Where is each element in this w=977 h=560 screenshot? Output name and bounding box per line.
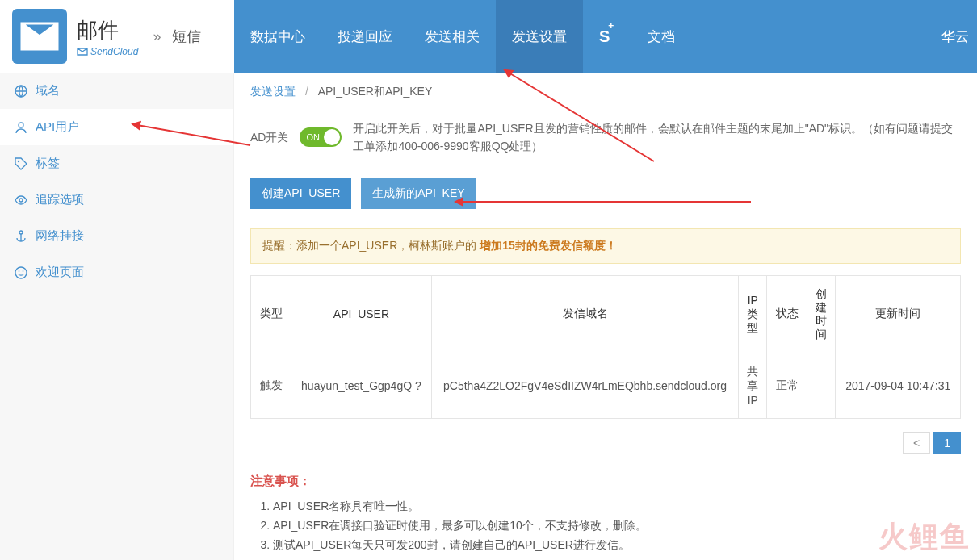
- create-api-user-button[interactable]: 创建API_USER: [250, 178, 351, 209]
- table-row[interactable]: 触发 huayun_test_Ggp4gQ ? pC5tha4Z2LO2FgV4…: [251, 353, 961, 418]
- main-content: 发送设置 / API_USER和API_KEY AD开关 ON 开启此开关后，对…: [234, 73, 977, 560]
- cell-ip-type: 共享IP: [739, 353, 767, 418]
- sidebar-item-domain[interactable]: 域名: [0, 73, 233, 109]
- svg-point-1: [19, 123, 23, 127]
- sidebar-item-tags[interactable]: 标签: [0, 145, 233, 182]
- nav-send-related[interactable]: 发送相关: [409, 0, 496, 73]
- alert-bold: 增加15封的免费发信额度！: [480, 239, 617, 252]
- ad-description: 开启此开关后，对于批量API_USER且发的营销性质的邮件，会默认在邮件主题的末…: [353, 119, 961, 156]
- logo-brand: SendCloud: [77, 46, 138, 57]
- th-status: 状态: [767, 275, 807, 353]
- toggle-text: ON: [306, 131, 320, 145]
- user-icon: [15, 121, 27, 134]
- sidebar: 域名 API用户 标签 追踪选项 网络挂接 欢迎页面: [0, 73, 234, 560]
- cell-updated: 2017-09-04 10:47:31: [836, 353, 961, 418]
- breadcrumb-sep: /: [305, 85, 308, 98]
- generate-api-key-button[interactable]: 生成新的API_KEY: [361, 178, 476, 209]
- sidebar-item-webhook[interactable]: 网络挂接: [0, 218, 233, 254]
- table-header-row: 类型 API_USER 发信域名 IP类型 状态 创建时间 更新时间: [251, 275, 961, 353]
- th-created: 创建时间: [807, 275, 836, 353]
- sidebar-item-welcome[interactable]: 欢迎页面: [0, 254, 233, 290]
- note-item: API_USER在调接口验证时使用，最多可以创建10个，不支持修改，删除。: [273, 516, 961, 536]
- toggle-knob: [324, 129, 340, 145]
- sidebar-item-label: 欢迎页面: [36, 265, 84, 280]
- top-nav: 数据中心 投递回应 发送相关 发送设置 S+ 文档 华云: [234, 0, 977, 73]
- nav-docs[interactable]: 文档: [631, 0, 691, 73]
- th-ip-type: IP类型: [739, 275, 767, 353]
- nav-delivery[interactable]: 投递回应: [321, 0, 409, 73]
- svg-point-4: [19, 231, 23, 234]
- ad-toggle[interactable]: ON: [300, 127, 342, 147]
- globe-icon: [15, 85, 27, 98]
- logo-title: 邮件: [77, 16, 138, 44]
- cell-api-user: huayun_test_Ggp4gQ ?: [291, 353, 432, 418]
- eye-icon: [15, 194, 27, 207]
- nav-data-center[interactable]: 数据中心: [234, 0, 321, 73]
- th-type: 类型: [251, 275, 291, 353]
- sidebar-item-tracking[interactable]: 追踪选项: [0, 182, 233, 218]
- nav-send-settings[interactable]: 发送设置: [496, 0, 583, 73]
- cell-created: [807, 353, 836, 418]
- sidebar-item-label: 追踪选项: [36, 192, 84, 207]
- sidebar-item-label: 网络挂接: [36, 228, 84, 244]
- pagination: < 1: [234, 419, 977, 467]
- cell-status: 正常: [767, 353, 807, 418]
- breadcrumb-root[interactable]: 发送设置: [250, 85, 296, 98]
- svg-point-3: [19, 199, 23, 202]
- th-domain: 发信域名: [431, 275, 739, 353]
- api-user-table: 类型 API_USER 发信域名 IP类型 状态 创建时间 更新时间 触发 hu…: [250, 275, 961, 419]
- cell-type: 触发: [251, 353, 291, 418]
- svg-point-5: [15, 267, 27, 278]
- svg-point-2: [18, 160, 19, 161]
- logo-section: 邮件 SendCloud » 短信: [0, 0, 234, 73]
- page-prev-button[interactable]: <: [903, 432, 930, 454]
- nav-s-plus[interactable]: S+: [583, 0, 631, 73]
- ad-switch-label: AD开关: [250, 128, 288, 146]
- sidebar-item-api-user[interactable]: API用户: [0, 109, 233, 145]
- note-item: API_USER名称具有唯一性。: [273, 497, 961, 516]
- breadcrumb: 发送设置 / API_USER和API_KEY: [234, 73, 977, 111]
- notes-title: 注意事项：: [250, 474, 961, 489]
- anchor-icon: [15, 230, 27, 243]
- page-1-button[interactable]: 1: [933, 432, 961, 454]
- th-api-user: API_USER: [291, 275, 432, 353]
- mail-logo-icon: [12, 9, 67, 64]
- alert-prefix: 提醒：: [262, 239, 296, 252]
- smile-icon: [15, 266, 27, 279]
- svg-point-6: [19, 270, 20, 272]
- sidebar-item-label: 标签: [36, 156, 60, 171]
- tag-icon: [15, 157, 27, 170]
- expand-icon[interactable]: »: [153, 28, 161, 45]
- th-updated: 更新时间: [836, 275, 961, 353]
- svg-point-7: [23, 270, 24, 272]
- breadcrumb-current: API_USER和API_KEY: [318, 85, 433, 98]
- alert-text: 添加一个API_USER，柯林斯账户的: [296, 239, 480, 252]
- notes-section: 注意事项： API_USER名称具有唯一性。 API_USER在调接口验证时使用…: [234, 467, 977, 560]
- nav-account[interactable]: 华云: [941, 27, 977, 46]
- cell-domain: pC5tha4Z2LO2FgV4eSdIIZW4rLmEQbhb.sendclo…: [431, 353, 739, 418]
- note-item: 测试API_USER每天只可发200封，请创建自己的API_USER进行发信。: [273, 536, 961, 555]
- sidebar-item-label: 域名: [36, 83, 60, 98]
- reminder-alert: 提醒：添加一个API_USER，柯林斯账户的 增加15封的免费发信额度！: [250, 228, 961, 264]
- sms-link[interactable]: 短信: [172, 27, 201, 46]
- sidebar-item-label: API用户: [36, 119, 79, 135]
